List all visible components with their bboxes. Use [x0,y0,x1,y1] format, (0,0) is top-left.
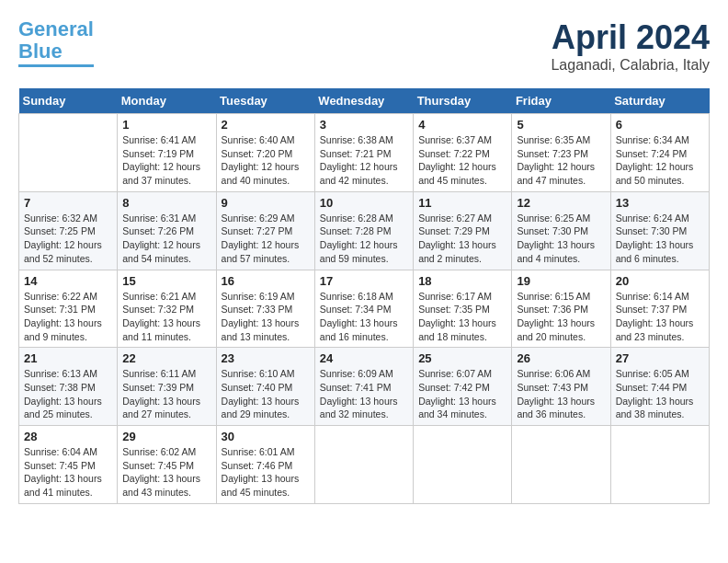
day-info: Sunrise: 6:25 AM Sunset: 7:30 PM Dayligh… [517,212,605,266]
day-info: Sunrise: 6:31 AM Sunset: 7:26 PM Dayligh… [122,212,210,266]
calendar-cell: 12Sunrise: 6:25 AM Sunset: 7:30 PM Dayli… [512,191,610,270]
day-number: 18 [418,274,506,288]
calendar-week-row: 1Sunrise: 6:41 AM Sunset: 7:19 PM Daylig… [19,114,710,192]
day-number: 10 [320,196,408,210]
calendar-cell: 30Sunrise: 6:01 AM Sunset: 7:46 PM Dayli… [216,426,314,504]
calendar-cell: 20Sunrise: 6:14 AM Sunset: 7:37 PM Dayli… [610,270,709,348]
calendar-table: SundayMondayTuesdayWednesdayThursdayFrid… [18,88,710,504]
calendar-cell: 21Sunrise: 6:13 AM Sunset: 7:38 PM Dayli… [19,348,118,426]
day-number: 1 [122,118,210,132]
day-number: 5 [517,118,605,132]
day-number: 19 [517,274,605,288]
day-number: 13 [616,196,704,210]
day-info: Sunrise: 6:28 AM Sunset: 7:28 PM Dayligh… [320,212,408,266]
calendar-week-row: 21Sunrise: 6:13 AM Sunset: 7:38 PM Dayli… [19,348,710,426]
page-header: General Blue April 2024 Laganadi, Calabr… [18,18,710,74]
calendar-cell: 29Sunrise: 6:02 AM Sunset: 7:45 PM Dayli… [118,426,216,504]
day-info: Sunrise: 6:14 AM Sunset: 7:37 PM Dayligh… [616,290,704,344]
calendar-cell: 3Sunrise: 6:38 AM Sunset: 7:21 PM Daylig… [314,114,413,192]
day-number: 9 [222,196,310,210]
day-info: Sunrise: 6:13 AM Sunset: 7:38 PM Dayligh… [24,367,112,421]
day-info: Sunrise: 6:24 AM Sunset: 7:30 PM Dayligh… [616,212,704,266]
day-info: Sunrise: 6:02 AM Sunset: 7:45 PM Dayligh… [122,445,210,500]
calendar-cell: 1Sunrise: 6:41 AM Sunset: 7:19 PM Daylig… [118,114,216,192]
day-number: 14 [24,274,112,288]
weekday-header: Monday [118,88,216,114]
calendar-cell: 24Sunrise: 6:09 AM Sunset: 7:41 PM Dayli… [314,348,413,426]
calendar-cell: 9Sunrise: 6:29 AM Sunset: 7:27 PM Daylig… [216,191,314,270]
calendar-cell: 27Sunrise: 6:05 AM Sunset: 7:44 PM Dayli… [610,348,709,426]
month-year-title: April 2024 [551,18,710,57]
calendar-cell: 11Sunrise: 6:27 AM Sunset: 7:29 PM Dayli… [414,191,512,270]
day-info: Sunrise: 6:01 AM Sunset: 7:46 PM Dayligh… [222,445,310,500]
day-info: Sunrise: 6:09 AM Sunset: 7:41 PM Dayligh… [320,367,408,421]
day-number: 2 [222,118,310,132]
day-info: Sunrise: 6:06 AM Sunset: 7:43 PM Dayligh… [517,367,605,421]
weekday-header-row: SundayMondayTuesdayWednesdayThursdayFrid… [19,88,710,114]
day-info: Sunrise: 6:05 AM Sunset: 7:44 PM Dayligh… [616,367,704,421]
calendar-body: 1Sunrise: 6:41 AM Sunset: 7:19 PM Daylig… [19,114,710,504]
calendar-cell: 14Sunrise: 6:22 AM Sunset: 7:31 PM Dayli… [19,270,118,348]
day-number: 16 [222,274,310,288]
logo-general: General [18,17,94,40]
day-info: Sunrise: 6:40 AM Sunset: 7:20 PM Dayligh… [222,133,310,188]
day-number: 7 [24,196,112,210]
calendar-cell: 15Sunrise: 6:21 AM Sunset: 7:32 PM Dayli… [118,270,216,348]
day-number: 8 [122,196,210,210]
day-info: Sunrise: 6:27 AM Sunset: 7:29 PM Dayligh… [418,212,506,266]
day-number: 15 [122,274,210,288]
day-number: 26 [517,351,605,365]
calendar-cell: 4Sunrise: 6:37 AM Sunset: 7:22 PM Daylig… [414,114,512,192]
weekday-header: Saturday [610,88,709,114]
day-number: 24 [320,351,408,365]
logo: General Blue [18,18,94,67]
calendar-cell: 22Sunrise: 6:11 AM Sunset: 7:39 PM Dayli… [118,348,216,426]
day-info: Sunrise: 6:04 AM Sunset: 7:45 PM Dayligh… [24,445,112,500]
day-info: Sunrise: 6:07 AM Sunset: 7:42 PM Dayligh… [418,367,506,421]
day-info: Sunrise: 6:32 AM Sunset: 7:25 PM Dayligh… [24,212,112,266]
day-number: 20 [616,274,704,288]
weekday-header: Sunday [19,88,118,114]
weekday-header: Tuesday [216,88,314,114]
location-subtitle: Laganadi, Calabria, Italy [551,57,710,74]
calendar-cell [414,426,512,504]
logo-underline [18,64,94,67]
day-info: Sunrise: 6:17 AM Sunset: 7:35 PM Dayligh… [418,290,506,344]
day-info: Sunrise: 6:29 AM Sunset: 7:27 PM Dayligh… [222,212,310,266]
day-number: 29 [122,430,210,443]
day-info: Sunrise: 6:34 AM Sunset: 7:24 PM Dayligh… [616,133,704,188]
calendar-cell [314,426,413,504]
calendar-cell: 6Sunrise: 6:34 AM Sunset: 7:24 PM Daylig… [610,114,709,192]
day-info: Sunrise: 6:21 AM Sunset: 7:32 PM Dayligh… [122,290,210,344]
day-info: Sunrise: 6:10 AM Sunset: 7:40 PM Dayligh… [222,367,310,421]
day-number: 3 [320,118,408,132]
calendar-cell: 23Sunrise: 6:10 AM Sunset: 7:40 PM Dayli… [216,348,314,426]
day-number: 21 [24,351,112,365]
day-number: 6 [616,118,704,132]
day-info: Sunrise: 6:37 AM Sunset: 7:22 PM Dayligh… [418,133,506,188]
calendar-cell [19,114,118,192]
calendar-week-row: 7Sunrise: 6:32 AM Sunset: 7:25 PM Daylig… [19,191,710,270]
day-number: 27 [616,351,704,365]
day-number: 23 [222,351,310,365]
day-info: Sunrise: 6:19 AM Sunset: 7:33 PM Dayligh… [222,290,310,344]
logo-text: General Blue [18,18,94,63]
calendar-cell: 16Sunrise: 6:19 AM Sunset: 7:33 PM Dayli… [216,270,314,348]
calendar-cell: 17Sunrise: 6:18 AM Sunset: 7:34 PM Dayli… [314,270,413,348]
calendar-cell [512,426,610,504]
calendar-week-row: 14Sunrise: 6:22 AM Sunset: 7:31 PM Dayli… [19,270,710,348]
calendar-cell: 13Sunrise: 6:24 AM Sunset: 7:30 PM Dayli… [610,191,709,270]
day-number: 4 [418,118,506,132]
calendar-cell: 19Sunrise: 6:15 AM Sunset: 7:36 PM Dayli… [512,270,610,348]
calendar-cell [610,426,709,504]
day-number: 22 [122,351,210,365]
calendar-cell: 2Sunrise: 6:40 AM Sunset: 7:20 PM Daylig… [216,114,314,192]
weekday-header: Thursday [414,88,512,114]
day-info: Sunrise: 6:15 AM Sunset: 7:36 PM Dayligh… [517,290,605,344]
day-info: Sunrise: 6:22 AM Sunset: 7:31 PM Dayligh… [24,290,112,344]
day-number: 12 [517,196,605,210]
title-block: April 2024 Laganadi, Calabria, Italy [551,18,710,74]
calendar-cell: 18Sunrise: 6:17 AM Sunset: 7:35 PM Dayli… [414,270,512,348]
calendar-cell: 5Sunrise: 6:35 AM Sunset: 7:23 PM Daylig… [512,114,610,192]
calendar-cell: 25Sunrise: 6:07 AM Sunset: 7:42 PM Dayli… [414,348,512,426]
